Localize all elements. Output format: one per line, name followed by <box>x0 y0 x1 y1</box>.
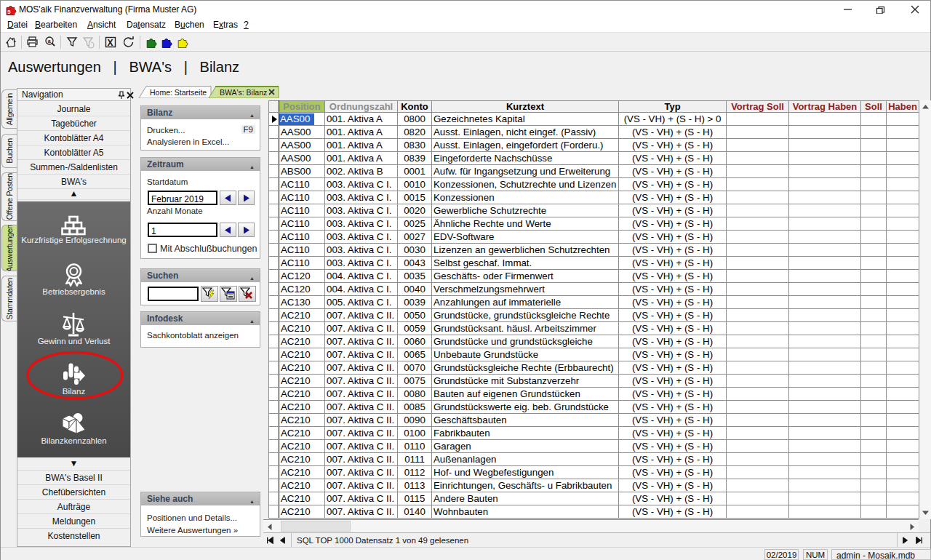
svg-text:BWA's: Bilanz: BWA's: Bilanz <box>220 88 267 97</box>
svg-text:Home: Startseite: Home: Startseite <box>150 88 207 97</box>
svg-text:5: 5 <box>7 9 10 15</box>
svg-text:X: X <box>108 38 113 48</box>
svg-text:a: a <box>48 39 51 44</box>
